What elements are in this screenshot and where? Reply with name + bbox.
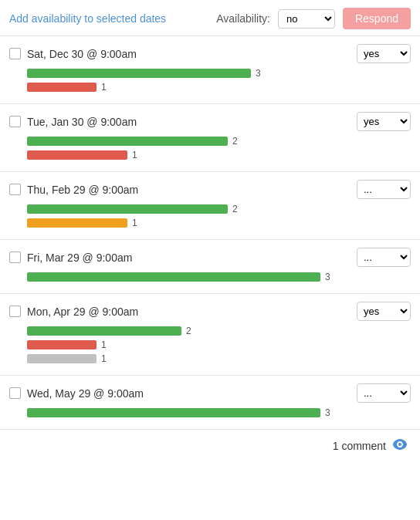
add-availability-link[interactable]: Add availability to selected dates: [9, 12, 166, 25]
bar-row: 3: [27, 407, 411, 418]
date-label: Wed, May 29 @ 9:00am: [27, 387, 144, 400]
top-bar: Add availability to selected dates Avail…: [0, 0, 420, 36]
date-header: Tue, Jan 30 @ 9:00amyesnomaybe...: [9, 112, 411, 131]
date-item: Fri, Mar 29 @ 9:00amyesnomaybe...3: [0, 240, 420, 294]
bar-green: [27, 69, 251, 78]
date-checkbox[interactable]: [9, 252, 21, 263]
bars-container: 31: [9, 68, 411, 93]
date-checkbox[interactable]: [9, 184, 21, 195]
bar-count: 1: [132, 218, 137, 228]
date-availability-select[interactable]: yesnomaybe...: [357, 44, 411, 63]
date-availability-select[interactable]: yesnomaybe...: [357, 302, 411, 321]
date-checkbox[interactable]: [9, 387, 21, 399]
bar-row: 3: [27, 272, 411, 282]
bar-count: 3: [325, 272, 330, 282]
bars-container: 3: [9, 407, 411, 418]
bar-count: 2: [232, 204, 238, 214]
bar-row: 1: [27, 218, 411, 228]
date-item: Wed, May 29 @ 9:00amyesnomaybe...3: [0, 376, 420, 430]
availability-select[interactable]: no yes maybe: [278, 9, 335, 29]
bar-green: [27, 272, 320, 282]
date-item: Mon, Apr 29 @ 9:00amyesnomaybe...211: [0, 294, 420, 376]
date-header: Wed, May 29 @ 9:00amyesnomaybe...: [9, 383, 411, 403]
bar-green: [27, 137, 228, 146]
bar-row: 1: [27, 82, 411, 93]
date-header: Thu, Feb 29 @ 9:00amyesnomaybe...: [9, 180, 411, 199]
bar-gray: [27, 354, 97, 363]
bar-red: [27, 150, 127, 160]
bar-green: [27, 326, 181, 336]
top-bar-right: Availability: no yes maybe Respond: [216, 8, 411, 29]
bar-row: 1: [27, 150, 411, 160]
date-item: Tue, Jan 30 @ 9:00amyesnomaybe...21: [0, 104, 420, 172]
date-label: Mon, Apr 29 @ 9:00am: [27, 306, 138, 318]
date-availability-select[interactable]: yesnomaybe...: [357, 383, 411, 403]
date-header: Fri, Mar 29 @ 9:00amyesnomaybe...: [9, 248, 411, 267]
date-checkbox[interactable]: [9, 48, 21, 59]
bar-count: 2: [232, 136, 238, 147]
bar-count: 1: [101, 82, 107, 93]
date-label: Tue, Jan 30 @ 9:00am: [27, 116, 137, 128]
bar-row: 2: [27, 204, 411, 214]
date-item: Sat, Dec 30 @ 9:00amyesnomaybe...31: [0, 36, 420, 104]
dates-list: Sat, Dec 30 @ 9:00amyesnomaybe...31Tue, …: [0, 36, 420, 430]
date-label: Sat, Dec 30 @ 9:00am: [27, 48, 137, 60]
bar-count: 1: [132, 150, 137, 160]
date-header: Sat, Dec 30 @ 9:00amyesnomaybe...: [9, 44, 411, 63]
eye-icon[interactable]: [392, 439, 408, 453]
availability-label: Availability:: [216, 12, 270, 25]
bar-row: 2: [27, 136, 411, 147]
date-item: Thu, Feb 29 @ 9:00amyesnomaybe...21: [0, 172, 420, 240]
date-checkbox[interactable]: [9, 116, 21, 127]
bars-container: 3: [9, 272, 411, 282]
bars-container: 21: [9, 136, 411, 160]
bar-green: [27, 204, 228, 214]
bars-container: 21: [9, 204, 411, 228]
date-label: Thu, Feb 29 @ 9:00am: [27, 184, 138, 196]
bar-count: 3: [256, 68, 261, 79]
bars-container: 211: [9, 326, 411, 364]
bar-count: 1: [101, 339, 107, 350]
date-availability-select[interactable]: yesnomaybe...: [357, 180, 411, 199]
bar-count: 1: [101, 353, 107, 364]
date-label: Fri, Mar 29 @ 9:00am: [27, 252, 132, 264]
bar-green: [27, 408, 320, 417]
comment-text: 1 comment: [333, 440, 386, 452]
bar-row: 2: [27, 326, 411, 336]
bar-row: 1: [27, 353, 411, 364]
bar-row: 1: [27, 339, 411, 350]
date-availability-select[interactable]: yesnomaybe...: [357, 248, 411, 267]
bar-row: 3: [27, 68, 411, 79]
bar-count: 3: [325, 407, 330, 418]
date-availability-select[interactable]: yesnomaybe...: [357, 112, 411, 131]
bar-red: [27, 83, 97, 92]
date-checkbox[interactable]: [9, 306, 21, 317]
respond-button[interactable]: Respond: [343, 8, 411, 29]
bar-orange: [27, 218, 127, 228]
footer: 1 comment: [0, 430, 420, 462]
bar-count: 2: [186, 326, 191, 336]
date-header: Mon, Apr 29 @ 9:00amyesnomaybe...: [9, 302, 411, 321]
bar-red: [27, 340, 97, 349]
